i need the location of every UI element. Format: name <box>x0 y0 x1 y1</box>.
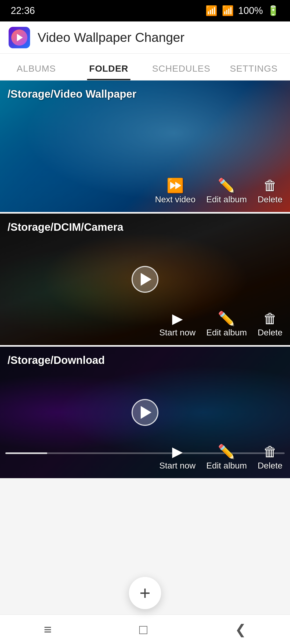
play-triangle-3 <box>141 406 151 419</box>
album-actions-3: ▶ Start now Edit album Delete <box>159 445 282 471</box>
album-actions-1: ⏩ Next video Edit album Delete <box>155 178 282 204</box>
delete-label-3: Delete <box>258 461 283 471</box>
edit-album-button-3[interactable]: Edit album <box>206 445 247 471</box>
trash-icon-3 <box>263 445 277 459</box>
trash-icon-2 <box>263 312 277 325</box>
tab-schedules[interactable]: SCHEDULES <box>145 63 218 80</box>
play-btn-2[interactable] <box>132 266 158 293</box>
album-card-2: /Storage/DCIM/Camera ▶ Start now Edit al… <box>0 214 290 345</box>
status-time: 22:36 <box>11 5 35 16</box>
fab-icon: + <box>140 582 151 604</box>
album-actions-2: ▶ Start now Edit album Delete <box>159 312 282 338</box>
delete-label-2: Delete <box>258 328 283 338</box>
start-label-3: Start now <box>159 461 195 471</box>
edit-icon-3 <box>218 445 235 459</box>
recents-icon: ≡ <box>44 622 52 637</box>
app-title: Video Wallpaper Changer <box>38 30 184 45</box>
album-path-1: /Storage/Video Wallpaper <box>8 88 136 100</box>
album-path-3: /Storage/Download <box>8 354 105 366</box>
play-btn-3[interactable] <box>132 399 158 426</box>
status-bar: 22:36 📶 📶 100% 🔋 <box>0 0 290 21</box>
edit-icon-2 <box>218 312 235 325</box>
wifi-icon: 📶 <box>205 5 218 16</box>
delete-button-2[interactable]: Delete <box>258 312 283 338</box>
tab-bar: ALBUMS FOLDER SCHEDULES SETTINGS <box>0 54 290 80</box>
delete-label-1: Delete <box>258 195 283 204</box>
app-logo-play-icon <box>17 34 23 41</box>
app-header: Video Wallpaper Changer <box>0 21 290 54</box>
tab-folder[interactable]: FOLDER <box>73 63 145 80</box>
delete-button-3[interactable]: Delete <box>258 445 283 471</box>
back-icon: ❮ <box>235 622 246 637</box>
folder-content: /Storage/Video Wallpaper ⏩ Next video Ed… <box>0 80 290 478</box>
play-triangle-2 <box>141 273 151 286</box>
album-path-2: /Storage/DCIM/Camera <box>8 221 123 233</box>
home-button[interactable]: □ <box>139 622 147 637</box>
delete-button-1[interactable]: Delete <box>258 178 283 204</box>
progress-fill-3 <box>5 452 47 454</box>
signal-icon: 📶 <box>222 5 234 16</box>
back-button[interactable]: ❮ <box>235 622 246 637</box>
album-card-1: /Storage/Video Wallpaper ⏩ Next video Ed… <box>0 80 290 212</box>
edit-album-button-2[interactable]: Edit album <box>206 312 247 338</box>
battery-percent: 100% <box>238 5 263 16</box>
edit-label-3: Edit album <box>206 461 247 471</box>
start-icon-3: ▶ <box>172 445 183 459</box>
app-logo-inner <box>11 30 27 46</box>
album-card-3: /Storage/Download ▶ Start now Edit album… <box>0 347 290 478</box>
edit-icon-1 <box>218 178 235 192</box>
tab-settings[interactable]: SETTINGS <box>218 63 290 80</box>
next-video-icon: ⏩ <box>166 178 184 192</box>
center-play-2[interactable] <box>132 266 158 293</box>
tab-albums[interactable]: ALBUMS <box>0 63 73 80</box>
app-logo <box>9 27 30 48</box>
next-video-label: Next video <box>155 195 195 204</box>
battery-icon: 🔋 <box>267 5 279 16</box>
start-label-2: Start now <box>159 328 195 338</box>
edit-label-2: Edit album <box>206 328 247 338</box>
start-now-button-3[interactable]: ▶ Start now <box>159 445 195 471</box>
recents-button[interactable]: ≡ <box>44 622 52 637</box>
home-icon: □ <box>139 622 147 637</box>
edit-album-button-1[interactable]: Edit album <box>206 178 247 204</box>
trash-icon-1 <box>263 178 277 192</box>
start-now-button-2[interactable]: ▶ Start now <box>159 312 195 338</box>
next-video-button[interactable]: ⏩ Next video <box>155 178 195 204</box>
center-play-3[interactable] <box>132 399 158 426</box>
bottom-nav: ≡ □ ❮ <box>0 614 290 644</box>
status-icons: 📶 📶 100% 🔋 <box>205 5 279 16</box>
add-album-fab[interactable]: + <box>129 577 161 609</box>
edit-label-1: Edit album <box>206 195 247 204</box>
start-icon-2: ▶ <box>172 312 183 325</box>
